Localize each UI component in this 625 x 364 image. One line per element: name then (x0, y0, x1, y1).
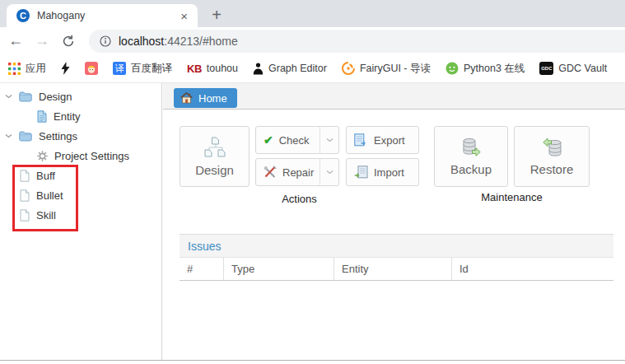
group-label-maintenance: Maintenance (434, 191, 590, 203)
bookmark-fairygui[interactable]: FairyGUI - 导读 (342, 62, 431, 76)
tree-item-skill[interactable]: Skill (0, 205, 156, 225)
page-icon (20, 170, 30, 182)
sidebar-tree: Design Entity Settings (0, 83, 162, 360)
browser-tab[interactable]: C Mahogany × (7, 4, 198, 27)
bookmark-touhou[interactable]: KB touhou (187, 63, 238, 75)
tab-title: Mahogany (37, 10, 180, 21)
app-tab-bar: Home (163, 83, 625, 110)
fairygui-icon (342, 62, 355, 75)
page-icon (20, 209, 30, 222)
tree-item-buff[interactable]: Buff (0, 166, 156, 185)
url-omnibox[interactable]: localhost:44213/#home (89, 30, 625, 53)
column-header-id[interactable]: Id (451, 258, 613, 280)
translate-icon: 译 (113, 62, 126, 75)
column-header-number[interactable]: # (180, 258, 223, 280)
app-bottom-border (0, 360, 625, 361)
bookmark-graph-editor[interactable]: Graph Editor (253, 63, 327, 75)
forward-button[interactable]: → (31, 27, 53, 54)
tree-item-label: Project Settings (54, 150, 129, 162)
backup-button[interactable]: Backup (434, 126, 508, 187)
bookmark-pink-site[interactable] (85, 62, 98, 75)
repair-tools-icon (264, 166, 277, 179)
url-text: localhost:44213/#home (119, 35, 238, 48)
bookmark-label: 百度翻译 (131, 62, 172, 76)
bookmark-apps[interactable]: 应用 (8, 62, 46, 76)
column-header-entity[interactable]: Entity (333, 258, 451, 280)
tree-item-label: Settings (39, 130, 77, 142)
pink-face-icon (85, 62, 98, 75)
repair-dropdown-button[interactable] (319, 159, 338, 185)
url-path: :44213/#home (164, 35, 238, 48)
apps-grid-icon (8, 63, 21, 75)
tab-home[interactable]: Home (174, 88, 237, 108)
person-icon (253, 63, 264, 75)
python-icon (445, 62, 459, 75)
repair-button[interactable]: Repair (255, 158, 339, 186)
tree-item-design[interactable]: Design (0, 86, 156, 106)
bookmark-gdc-vault[interactable]: GDC GDC Vault (539, 62, 607, 75)
issues-table-header: # Type Entity Id (180, 257, 613, 281)
chevron-down-icon[interactable] (5, 94, 13, 99)
tab-home-label: Home (198, 92, 227, 105)
page-icon (20, 189, 30, 202)
tree-item-label: Entity (54, 110, 81, 123)
restore-database-icon (543, 138, 562, 158)
design-button[interactable]: Design (180, 126, 250, 187)
check-icon: ✔ (264, 133, 273, 147)
bookmark-label: Python3 在线 (464, 62, 525, 76)
folder-icon (19, 131, 32, 142)
folder-icon (19, 91, 32, 102)
reload-icon (62, 35, 75, 48)
export-button[interactable]: Export (346, 126, 419, 154)
issues-panel: Issues # Type Entity Id (180, 234, 613, 281)
group-label-actions: Actions (180, 193, 419, 205)
import-button-label: Import (374, 166, 404, 179)
kb-icon: KB (187, 63, 202, 75)
bookmark-label: Graph Editor (268, 63, 327, 74)
bookmark-baidu-translate[interactable]: 译 百度翻译 (113, 62, 172, 76)
export-icon (354, 133, 368, 147)
tree-item-project-settings[interactable]: Project Settings (0, 146, 156, 166)
check-button-label: Check (279, 134, 310, 147)
browser-tab-strip: C Mahogany × + (0, 0, 625, 27)
chevron-down-icon[interactable] (5, 133, 13, 138)
bookmark-label: FairyGUI - 导读 (360, 62, 431, 76)
restore-button-label: Restore (530, 162, 574, 176)
new-tab-button[interactable]: + (204, 3, 229, 26)
import-icon (354, 166, 368, 179)
backup-database-icon (462, 138, 481, 158)
export-button-label: Export (374, 134, 405, 147)
column-header-type[interactable]: Type (223, 258, 333, 280)
tree-item-settings[interactable]: Settings (0, 126, 156, 146)
tab-close-icon[interactable]: × (180, 10, 188, 22)
main-content: Design ✔ Check Repair (163, 110, 625, 360)
check-button[interactable]: ✔ Check (255, 126, 339, 154)
screen: C Mahogany × + ← → localhost:44213/#home (0, 0, 625, 364)
lightning-icon (61, 62, 70, 75)
home-icon (180, 92, 193, 104)
document-icon (37, 110, 47, 123)
backup-button-label: Backup (450, 162, 492, 176)
restore-button[interactable]: Restore (514, 126, 590, 187)
issues-title: Issues (188, 240, 221, 253)
tree-item-label: Buff (36, 170, 55, 182)
check-dropdown-button[interactable] (319, 127, 338, 153)
tree-item-label: Design (39, 91, 72, 103)
reload-button[interactable] (58, 27, 79, 54)
bookmark-lightning[interactable] (61, 62, 70, 75)
tree-item-entity[interactable]: Entity (0, 106, 156, 126)
design-button-label: Design (195, 163, 234, 177)
gdc-icon: GDC (539, 62, 553, 75)
page-info-icon[interactable] (100, 35, 111, 47)
back-button[interactable]: ← (5, 27, 26, 54)
bookmarks-bar: 应用 译 百度翻译 KB touhou (0, 54, 625, 83)
repair-button-label: Repair (282, 166, 314, 179)
chevron-down-icon (326, 170, 333, 175)
bookmark-label: GDC Vault (558, 63, 607, 74)
import-button[interactable]: Import (346, 158, 419, 186)
bookmark-label: touhou (207, 63, 238, 74)
tree-item-label: Skill (36, 209, 56, 222)
bookmark-python3[interactable]: Python3 在线 (445, 62, 525, 76)
issues-panel-header: Issues (180, 234, 613, 257)
tree-item-bullet[interactable]: Bullet (0, 185, 156, 205)
